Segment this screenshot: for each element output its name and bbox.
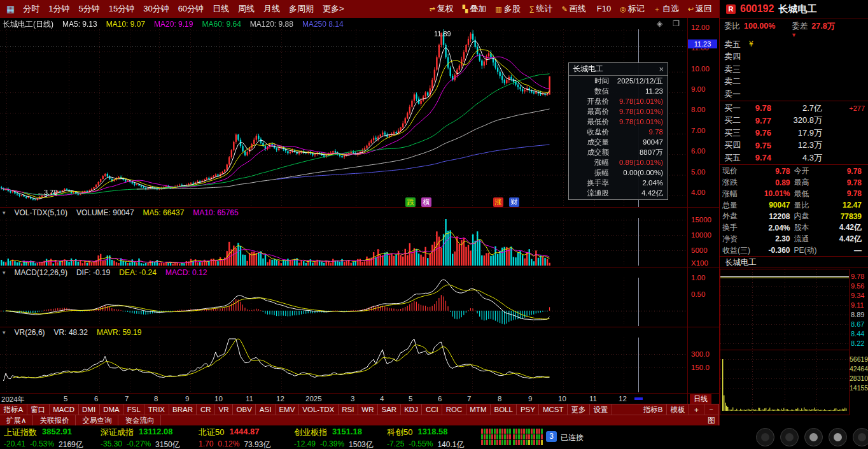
indicator-tab[interactable]: CCI [422,404,442,415]
stock-code: 600192 [740,3,774,15]
indicator-tab[interactable]: MCST [539,404,568,415]
bid-row[interactable]: 买五 9.74 4.3万 [720,152,868,164]
ask-row[interactable]: 卖一 [720,88,868,101]
indicator-tab-right[interactable]: 指标B [640,404,667,415]
extension-tab[interactable]: 交易查询 [76,415,118,425]
extension-tab[interactable]: 资金流向 [118,415,161,425]
chart-layout-button[interactable]: 图 [704,415,720,425]
toolbar-button[interactable]: ◎标记 [615,0,649,18]
indicator-tab[interactable]: FSL [123,404,144,415]
volume-canvas[interactable] [0,218,687,266]
period-menu-item[interactable]: 周线 [234,0,259,18]
extension-tab[interactable]: 关联报价 [33,415,76,425]
mini-volume-label: 14155 [850,384,868,392]
chart-tool-icon[interactable]: ◈ [657,19,662,28]
index-quote[interactable]: 创业板指3151.18 -12.49-0.39%1503亿 [294,427,391,449]
close-icon[interactable]: × [659,64,664,74]
toolbar-button[interactable]: F10 [591,0,615,18]
ask-row[interactable]: 卖五 [720,38,868,51]
panel-divider [720,256,868,257]
ma-value-label: MA60: 9.64 [202,20,241,29]
indicator-tab-right[interactable]: ＋ [689,404,704,415]
extension-tab[interactable]: 扩展∧ [0,415,33,425]
bid-row[interactable]: 买四 9.75 12.3万 [720,139,868,152]
period-menu-item[interactable]: 更多> [318,0,349,18]
indicator-tab[interactable]: ROC [442,404,466,415]
floating-tool-button[interactable] [853,428,868,446]
toolbar-button[interactable]: ✎画线 [557,0,591,18]
plugin-badge[interactable]: 跌 [405,197,416,207]
floating-tool-button[interactable] [804,428,823,446]
plugin-badge[interactable]: 财 [509,197,519,207]
period-menu-item[interactable]: 60分钟 [174,0,208,18]
period-indicator[interactable]: 日线 [690,394,711,404]
indicator-tab[interactable]: MACD [50,404,79,415]
indicator-tab[interactable]: 更多 [568,404,590,415]
index-quote[interactable]: 深证成指13112.08 -35.30-0.27%3150亿 [101,427,197,449]
bid-row[interactable]: 买一 9.78 2.7亿 +277 [720,102,868,115]
indicator-tab[interactable]: 设置 [590,404,612,415]
bid-row[interactable]: 买二 9.77 320.8万 [720,115,868,127]
indicator-tab[interactable]: DMI [79,404,100,415]
indicator-tab[interactable]: 指标A [0,404,27,415]
indicator-tab-right[interactable]: － [704,404,720,415]
plugin-badge[interactable]: 涨 [493,197,503,207]
period-menu-item[interactable]: 分时 [18,0,44,18]
chevron-down-icon[interactable]: ▾ [3,269,6,276]
app-menu-icon[interactable]: ▦ [3,4,18,14]
period-menu-item[interactable]: 月线 [259,0,284,18]
indicator-tab[interactable]: DMA [100,404,124,415]
intraday-canvas[interactable] [720,269,850,415]
indicator-tab[interactable]: BOLL [491,404,517,415]
plugin-badge[interactable]: 横 [421,197,431,207]
indicator-tab[interactable]: ASI [256,404,276,415]
toolbar-button[interactable]: ＋自选 [649,0,683,18]
toolbar-button[interactable]: ▥多股 [491,0,524,18]
tab-intraday-chart[interactable]: 长城电工 [720,257,868,268]
floating-tool-button[interactable] [829,428,847,446]
index-quote[interactable]: 上证指数3852.91 -20.41-0.53%2169亿 [4,427,101,449]
period-menu-item[interactable]: 30分钟 [139,0,173,18]
vr-canvas[interactable] [0,338,687,392]
indicator-tab[interactable]: WR [358,404,378,415]
indicator-tab[interactable]: MTM [466,404,491,415]
weibi-value: 100.00% [744,22,775,31]
indicator-tab[interactable]: TRIX [144,404,169,415]
chevron-down-icon[interactable]: ▾ [3,329,6,336]
indicator-tab[interactable]: CR [197,404,215,415]
toolbar-button[interactable]: ∑统计 [525,0,557,18]
indicator-tab[interactable]: RSI [339,404,358,415]
toolbar-button[interactable]: ⇌复权 [425,0,458,18]
indicator-tab[interactable]: VOL-TDX [299,404,339,415]
indicator-tab[interactable]: 窗口 [27,404,50,415]
chevron-down-icon[interactable]: ▼ [720,32,868,38]
connection-count-badge[interactable]: 3 [546,431,557,442]
floating-tool-button[interactable] [780,428,799,446]
chart-tool-icon[interactable]: ❐ [673,19,680,28]
period-menu-item[interactable]: 多周期 [284,0,318,18]
index-quote[interactable]: 科创501318.58 -7.25-0.55%140.1亿 [387,427,484,449]
x-axis-label: 5 [409,395,412,403]
floating-tool-button[interactable] [756,428,774,446]
ask-row[interactable]: 卖三 [720,63,868,76]
ask-row[interactable]: 卖四 [720,51,868,64]
ask-row[interactable]: 卖二 [720,76,868,89]
toolbar-button[interactable]: ↩返回 [683,0,717,18]
indicator-tab[interactable]: SAR [378,404,401,415]
toolbar-button[interactable]: ▚叠加 [458,0,491,18]
period-menu-item[interactable]: 15分钟 [104,0,139,18]
indicator-tab[interactable]: VR [215,404,233,415]
indicator-tab[interactable]: EMV [276,404,299,415]
indicator-tab[interactable]: KDJ [401,404,423,415]
macd-canvas[interactable] [0,278,687,326]
indicator-tab-right[interactable]: 模板 [667,404,689,415]
period-menu-item[interactable]: 5分钟 [74,0,104,18]
indicator-tab[interactable]: PSY [517,404,539,415]
index-quote[interactable]: 北证501444.87 1.700.12%73.93亿 [199,427,295,449]
indicator-tab[interactable]: OBV [233,404,256,415]
period-menu-item[interactable]: 日线 [208,0,234,18]
chevron-down-icon[interactable]: ▾ [3,210,6,216]
indicator-tab[interactable]: BRAR [169,404,197,415]
bid-row[interactable]: 买三 9.76 17.9万 [720,127,868,139]
period-menu-item[interactable]: 1分钟 [44,0,74,18]
